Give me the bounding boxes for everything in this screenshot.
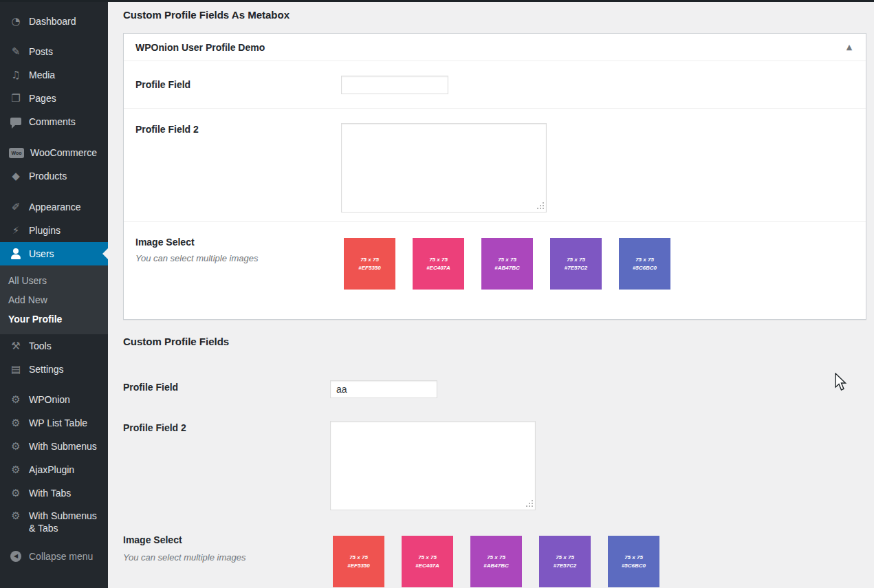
sidebar-item-tools[interactable]: ⚒ Tools — [0, 334, 108, 358]
sidebar-item-label: WooCommerce — [30, 147, 97, 158]
sidebar-item-plugins[interactable]: ⚡ Plugins — [0, 219, 108, 242]
gear-icon: ⚙ — [9, 418, 23, 428]
profile-field-2-label: Profile Field 2 — [123, 422, 186, 433]
sidebar-item-label: WPOnion — [29, 394, 70, 405]
sidebar-item-label: Comments — [29, 116, 76, 127]
sidebar-item-wp-list-table[interactable]: ⚙ WP List Table — [0, 411, 108, 435]
image-size-text: 75 x 75 — [556, 554, 574, 562]
sidebar-item-label: Tools — [29, 340, 52, 351]
metabox-section-heading: Custom Profile Fields As Metabox — [123, 9, 289, 21]
brush-icon: ✐ — [9, 202, 23, 213]
image-option[interactable]: 75 x 75 #EC407A — [413, 238, 464, 290]
image-option[interactable]: 75 x 75 #7E57C2 — [550, 238, 602, 290]
profile-field-input[interactable] — [330, 380, 437, 398]
admin-sidebar: ◔ Dashboard ✎ Posts ♫ Media ❐ Pages Comm… — [0, 0, 108, 588]
profile-field-input[interactable] — [341, 76, 448, 94]
sidebar-item-woocommerce[interactable]: Woo WooCommerce — [0, 141, 108, 164]
plain-section-heading: Custom Profile Fields — [123, 336, 229, 347]
users-submenu: All Users Add New Your Profile — [0, 265, 108, 334]
image-hex-text: #EF5350 — [358, 264, 380, 272]
sidebar-item-users[interactable]: Users — [0, 242, 108, 265]
sidebar-item-label: With Submenus & Tabs — [29, 510, 98, 534]
metabox-row-profile-field: Profile Field — [124, 61, 866, 109]
sidebar-item-label: Media — [29, 69, 55, 80]
image-option[interactable]: 75 x 75 #5C6BC0 — [608, 536, 659, 587]
image-option[interactable]: 75 x 75 #EF5350 — [344, 238, 395, 290]
admin-bar-edge — [0, 0, 874, 2]
profile-field-label: Profile Field — [135, 79, 190, 90]
image-option[interactable]: 75 x 75 #AB47BC — [470, 536, 522, 587]
sidebar-item-label: With Tabs — [29, 488, 71, 499]
wordpress-admin-page: ◔ Dashboard ✎ Posts ♫ Media ❐ Pages Comm… — [0, 0, 874, 588]
image-select-description: You can select multiple images — [135, 253, 341, 263]
image-size-text: 75 x 75 — [349, 554, 368, 562]
sidebar-item-label: Collapse menu — [29, 551, 93, 562]
sidebar-item-with-submenus-tabs[interactable]: ⚙ With Submenus & Tabs — [0, 505, 108, 541]
image-select-description: You can select multiple images — [123, 552, 245, 563]
sidebar-item-comments[interactable]: Comments — [0, 110, 108, 133]
woocommerce-icon: Woo — [9, 148, 24, 158]
collapse-arrow-icon: ◀ — [10, 551, 21, 562]
image-hex-text: #EC407A — [426, 264, 450, 272]
image-select-label: Image Select — [135, 237, 341, 248]
submenu-item-add-new[interactable]: Add New — [0, 290, 108, 309]
metabox-title: WPOnion User Profile Demo — [135, 42, 265, 53]
sidebar-item-label: Pages — [29, 93, 56, 104]
metabox-row-image-select: Image Select You can select multiple ima… — [124, 222, 866, 319]
resize-grip-icon[interactable] — [532, 505, 533, 507]
dashboard-icon: ◔ — [9, 17, 23, 27]
image-size-text: 75 x 75 — [429, 256, 448, 264]
image-option[interactable]: 75 x 75 #5C6BC0 — [619, 238, 670, 290]
image-option[interactable]: 75 x 75 #AB47BC — [481, 238, 533, 290]
sidebar-item-ajaxplugin[interactable]: ⚙ AjaxPlugin — [0, 458, 108, 481]
wponion-metabox: WPOnion User Profile Demo ▲ Profile Fiel… — [123, 33, 866, 320]
collapse-menu-button[interactable]: ◀ Collapse menu — [0, 545, 108, 568]
sidebar-item-label: Plugins — [29, 225, 61, 236]
sidebar-item-label: Users — [29, 248, 54, 259]
metabox-collapse-icon[interactable]: ▲ — [841, 43, 857, 52]
image-size-text: 75 x 75 — [567, 256, 585, 264]
image-size-text: 75 x 75 — [498, 256, 516, 264]
image-hex-text: #7E57C2 — [554, 562, 576, 570]
sidebar-item-posts[interactable]: ✎ Posts — [0, 40, 108, 63]
image-size-text: 75 x 75 — [487, 554, 505, 562]
sidebar-item-label: Dashboard — [29, 16, 76, 27]
gear-icon: ⚙ — [9, 395, 23, 405]
image-hex-text: #EF5350 — [347, 562, 369, 570]
submenu-item-your-profile[interactable]: Your Profile — [0, 309, 108, 329]
image-size-text: 75 x 75 — [635, 256, 654, 264]
gear-icon: ⚙ — [9, 511, 23, 521]
sidebar-item-label: AjaxPlugin — [29, 464, 74, 475]
image-size-text: 75 x 75 — [418, 554, 437, 562]
submenu-item-all-users[interactable]: All Users — [0, 271, 108, 290]
image-option[interactable]: 75 x 75 #EF5350 — [333, 536, 384, 587]
sidebar-item-products[interactable]: ◆ Products — [0, 164, 108, 188]
product-box-icon: ◆ — [9, 171, 23, 182]
sidebar-item-settings[interactable]: ▤ Settings — [0, 358, 108, 381]
profile-field-2-textarea[interactable] — [341, 123, 547, 213]
sidebar-item-pages[interactable]: ❐ Pages — [0, 87, 108, 110]
profile-field-label: Profile Field — [123, 382, 178, 393]
metabox-header[interactable]: WPOnion User Profile Demo ▲ — [124, 34, 866, 61]
image-size-text: 75 x 75 — [360, 256, 379, 264]
sidebar-item-appearance[interactable]: ✐ Appearance — [0, 195, 108, 219]
sidebar-item-label: Settings — [29, 364, 64, 375]
sidebar-item-dashboard[interactable]: ◔ Dashboard — [0, 10, 108, 33]
profile-field-2-textarea[interactable] — [330, 421, 536, 510]
sidebar-item-wponion[interactable]: ⚙ WPOnion — [0, 388, 108, 411]
image-option[interactable]: 75 x 75 #EC407A — [402, 536, 453, 587]
sidebar-item-label: Products — [29, 171, 67, 182]
sidebar-item-label: With Submenus — [29, 441, 97, 452]
image-hex-text: #5C6BC0 — [633, 264, 657, 272]
sidebar-item-with-submenus[interactable]: ⚙ With Submenus — [0, 435, 108, 458]
image-hex-text: #7E57C2 — [565, 264, 587, 272]
resize-grip-icon[interactable] — [543, 208, 544, 209]
image-hex-text: #5C6BC0 — [622, 562, 646, 570]
sidebar-item-media[interactable]: ♫ Media — [0, 63, 108, 87]
image-size-text: 75 x 75 — [624, 554, 643, 562]
wrench-icon: ⚒ — [9, 341, 23, 351]
sidebar-item-with-tabs[interactable]: ⚙ With Tabs — [0, 481, 108, 505]
image-option[interactable]: 75 x 75 #7E57C2 — [539, 536, 591, 587]
metabox-row-profile-field-2: Profile Field 2 — [124, 109, 866, 222]
media-icon: ♫ — [9, 70, 23, 80]
